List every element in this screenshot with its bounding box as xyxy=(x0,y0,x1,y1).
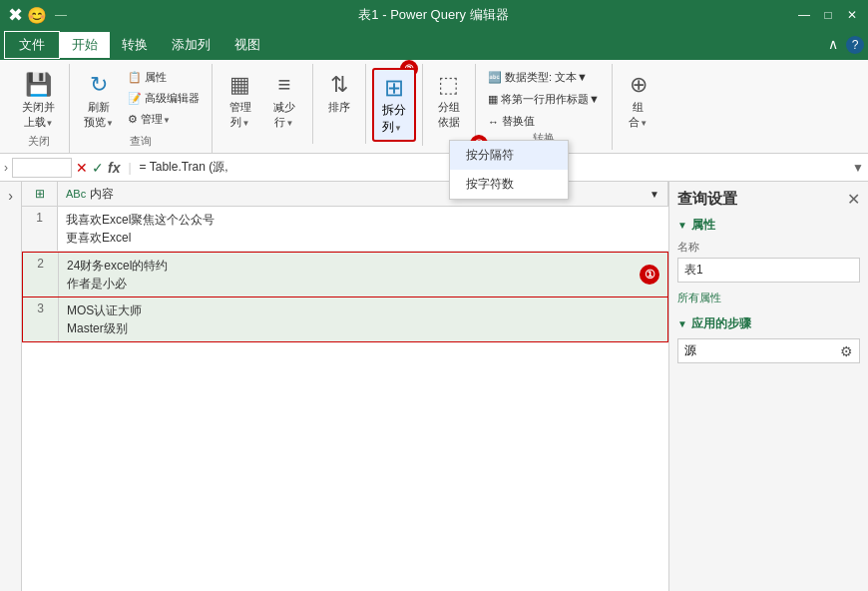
table-row-3: 3 MOS认证大师 Master级别 xyxy=(22,297,668,342)
main-content: › ⊞ ABc 内容 ▼ 1 我喜欢Excel聚焦这个公众号 更喜欢Excel … xyxy=(0,182,868,591)
cell-1-line1: 我喜欢Excel聚焦这个公众号 xyxy=(66,211,660,229)
col-filter-icon[interactable]: ▼ xyxy=(650,189,659,200)
query-group-content: ↻ 刷新预览▼ 📋 属性 📝 高级编辑器 ⚙ 管理▼ xyxy=(78,64,204,134)
properties-label: 属性 xyxy=(145,70,167,85)
ribbon-group-groupby: ⬚ 分组依据 xyxy=(423,64,476,144)
col-type-icon: ABc xyxy=(66,188,86,200)
formula-separator: | xyxy=(128,161,131,175)
cancel-formula-icon[interactable]: ✕ xyxy=(76,160,88,176)
name-field-label: 名称 xyxy=(677,240,860,255)
properties-icon: 📋 xyxy=(128,71,142,84)
minimize-button[interactable]: — xyxy=(796,7,812,23)
group-by-label: 分组依据 xyxy=(438,100,460,130)
steps-source-arrow: ⚙ xyxy=(840,343,853,359)
circle1-annotation: ① xyxy=(640,265,659,285)
combine-icon: ⊕ xyxy=(630,72,648,98)
split-by-chars-item[interactable]: 按字符数 xyxy=(450,170,568,199)
right-panel: 查询设置 ✕ ▼ 属性 名称 表1 所有属性 ▼ 应用的步骤 源 ⚙ xyxy=(668,182,868,591)
steps-section-header: ▼ 应用的步骤 xyxy=(677,315,860,332)
column-header-content[interactable]: ABc 内容 ▼ xyxy=(58,182,668,206)
ribbon-group-split: ② ⊞ 拆分列▼ xyxy=(366,64,423,146)
col-header-label: 内容 xyxy=(90,186,114,203)
ribbon-group-query: ↻ 刷新预览▼ 📋 属性 📝 高级编辑器 ⚙ 管理▼ 查询 xyxy=(70,64,213,153)
properties-section-label: 属性 xyxy=(691,217,715,234)
cell-3[interactable]: MOS认证大师 Master级别 xyxy=(59,297,667,341)
cell-3-line1: MOS认证大师 xyxy=(67,301,659,319)
steps-source-item[interactable]: 源 ⚙ xyxy=(677,338,860,363)
row-number-1: 1 xyxy=(22,207,58,251)
all-properties-link[interactable]: 所有属性 xyxy=(677,291,860,305)
formulabar: › ✕ ✓ fx | = Table.Tran (源, ▼ xyxy=(0,154,868,182)
window-controls: — □ ✕ xyxy=(796,7,860,23)
help-icon[interactable]: ? xyxy=(846,36,864,54)
close-button[interactable]: ✕ xyxy=(844,7,860,23)
advanced-editor-button[interactable]: 📝 高级编辑器 xyxy=(124,89,204,108)
combine-button[interactable]: ⊕ 组合▼ xyxy=(619,68,658,134)
right-panel-close-button[interactable]: ✕ xyxy=(847,190,860,209)
formula-expand-button[interactable]: ▼ xyxy=(852,161,864,175)
name-field-value[interactable]: 表1 xyxy=(677,258,860,283)
menu-transform[interactable]: 转换 xyxy=(110,32,160,58)
split-column-button[interactable]: ⊞ 拆分列▼ xyxy=(372,68,416,142)
right-panel-header: 查询设置 ✕ xyxy=(677,190,860,209)
first-row-label: 将第一行用作标题▼ xyxy=(501,92,600,107)
menu-add-column[interactable]: 添加列 xyxy=(160,32,222,58)
split-column-label: 拆分列▼ xyxy=(382,102,406,136)
cell-2[interactable]: 24财务excel的特约 作者是小必 xyxy=(59,253,667,296)
cell-1[interactable]: 我喜欢Excel聚焦这个公众号 更喜欢Excel xyxy=(58,207,668,251)
data-type-button[interactable]: 🔤 数据类型: 文本▼ xyxy=(484,68,592,87)
split-by-delimiter-item[interactable]: 按分隔符 xyxy=(450,141,568,170)
confirm-formula-icon[interactable]: ✓ xyxy=(92,160,104,176)
maximize-button[interactable]: □ xyxy=(820,7,836,23)
sort-content: ⇅ 排序 xyxy=(319,64,359,140)
manage-cols-content: ▦ 管理列▼ ≡ 减少行▼ xyxy=(220,64,304,140)
refresh-button[interactable]: ↻ 刷新预览▼ xyxy=(78,68,120,134)
manage-button[interactable]: ⚙ 管理▼ xyxy=(124,110,204,129)
excel-icon: ✖ xyxy=(8,4,23,26)
cell-3-line2: Master级别 xyxy=(67,319,659,337)
refresh-icon: ↻ xyxy=(90,72,108,98)
first-row-header-button[interactable]: ▦ 将第一行用作标题▼ xyxy=(484,90,604,109)
sort-button[interactable]: ⇅ 排序 xyxy=(319,68,359,119)
table-header-row: ⊞ ABc 内容 ▼ xyxy=(22,182,668,207)
window-title: 表1 - Power Query 编辑器 xyxy=(71,6,796,24)
group-by-button[interactable]: ⬚ 分组依据 xyxy=(429,68,469,134)
menu-file[interactable]: 文件 xyxy=(4,31,60,59)
properties-button[interactable]: 📋 属性 xyxy=(124,68,204,87)
close-group-content: 💾 关闭并上载▼ xyxy=(16,64,61,134)
fx-icon[interactable]: fx xyxy=(108,160,120,176)
row-number-header: ⊞ xyxy=(22,182,58,206)
split-column-dropdown: ③ 按分隔符 按字符数 xyxy=(449,140,569,200)
split-content: ⊞ 拆分列▼ xyxy=(372,64,416,142)
reduce-rows-button[interactable]: ≡ 减少行▼ xyxy=(264,68,304,134)
table-row: 1 我喜欢Excel聚焦这个公众号 更喜欢Excel xyxy=(22,207,668,252)
replace-value-button[interactable]: ↔ 替换值 xyxy=(484,112,539,131)
ribbon-group-close: 💾 关闭并上载▼ 关闭 xyxy=(8,64,70,153)
transform-content: 🔤 数据类型: 文本▼ ▦ 将第一行用作标题▼ ↔ 替换值 xyxy=(484,64,604,131)
advanced-editor-label: 高级编辑器 xyxy=(145,91,200,106)
replace-value-label: 替换值 xyxy=(502,114,535,129)
chevron-right-icon[interactable]: › xyxy=(4,161,8,175)
groupby-content: ⬚ 分组依据 xyxy=(429,64,469,140)
ribbon-collapse-icon[interactable]: ∧ xyxy=(828,36,838,54)
manage-columns-button[interactable]: ▦ 管理列▼ xyxy=(220,68,260,134)
first-row-icon: ▦ xyxy=(488,93,498,106)
replace-value-icon: ↔ xyxy=(488,116,499,128)
combine-label: 组合▼ xyxy=(629,100,648,130)
name-box[interactable] xyxy=(12,158,72,178)
close-upload-button[interactable]: 💾 关闭并上载▼ xyxy=(16,68,61,134)
menubar: 文件 开始 转换 添加列 视图 ∧ ? xyxy=(0,30,868,60)
row-number-3: 3 xyxy=(23,297,59,341)
menu-view[interactable]: 视图 xyxy=(222,32,272,58)
close-upload-icon: 💾 xyxy=(25,72,52,98)
menu-home[interactable]: 开始 xyxy=(60,32,110,58)
manage-columns-icon: ▦ xyxy=(229,72,250,98)
ribbon: 💾 关闭并上载▼ 关闭 ↻ 刷新预览▼ 📋 属性 📝 高级编辑器 xyxy=(0,60,868,154)
collapse-panel-button[interactable]: › xyxy=(6,186,15,206)
right-panel-title: 查询设置 xyxy=(677,190,737,209)
properties-section-header: ▼ 属性 xyxy=(677,217,860,234)
ribbon-group-combine: ⊕ 组合▼ xyxy=(613,64,664,144)
row-number-2: 2 xyxy=(23,253,59,296)
cell-1-line2: 更喜欢Excel xyxy=(66,229,660,247)
ribbon-group-sort: ⇅ 排序 xyxy=(313,64,366,144)
